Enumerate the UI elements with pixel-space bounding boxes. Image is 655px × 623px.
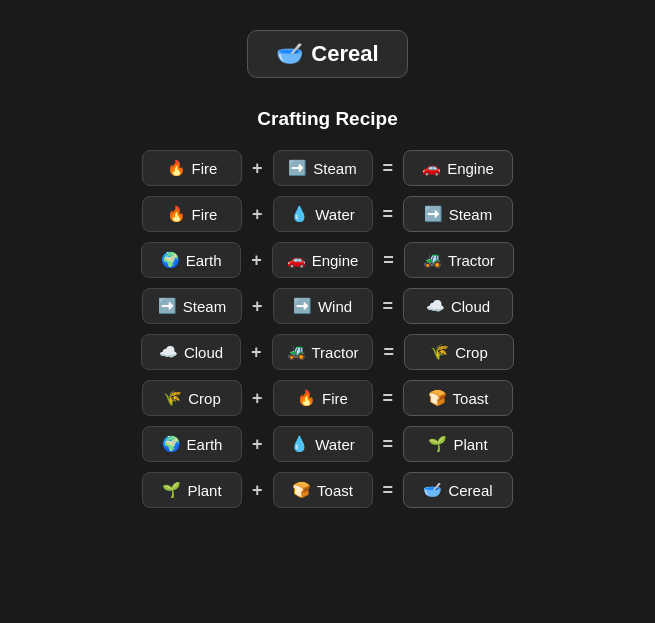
equals-operator: = — [381, 342, 396, 363]
recipe-row: 🌾 Crop + 🔥 Fire = 🍞 Toast — [142, 380, 513, 416]
equals-operator: = — [381, 158, 396, 179]
ingredient-2-emoji: ➡️ — [288, 159, 307, 177]
ingredient-1-label: Steam — [183, 298, 226, 315]
title-badge: 🥣 Cereal — [247, 30, 407, 78]
ingredient-2-emoji: ➡️ — [293, 297, 312, 315]
ingredient-2-emoji: 🔥 — [297, 389, 316, 407]
ingredient-2-label: Toast — [317, 482, 353, 499]
ingredient-1-label: Crop — [188, 390, 221, 407]
plus-operator: + — [250, 434, 265, 455]
recipe-row: ☁️ Cloud + 🚜 Tractor = 🌾 Crop — [141, 334, 514, 370]
ingredient-1-emoji: ☁️ — [159, 343, 178, 361]
result-label: Engine — [447, 160, 494, 177]
title-label: Cereal — [311, 41, 378, 67]
ingredient-2-label: Tractor — [312, 344, 359, 361]
result-label: Cloud — [451, 298, 490, 315]
result-badge: 🚗 Engine — [403, 150, 513, 186]
ingredient-2-emoji: 🍞 — [292, 481, 311, 499]
ingredient-1-emoji: 🔥 — [167, 205, 186, 223]
title-emoji: 🥣 — [276, 41, 303, 67]
result-emoji: ☁️ — [426, 297, 445, 315]
result-label: Cereal — [448, 482, 492, 499]
plus-operator: + — [250, 158, 265, 179]
ingredient-1: 🌍 Earth — [141, 242, 241, 278]
ingredient-1-label: Cloud — [184, 344, 223, 361]
ingredient-1: ➡️ Steam — [142, 288, 242, 324]
ingredient-2-label: Steam — [313, 160, 356, 177]
ingredient-2: ➡️ Wind — [273, 288, 373, 324]
recipe-row: 🔥 Fire + 💧 Water = ➡️ Steam — [142, 196, 513, 232]
result-emoji: 🚗 — [422, 159, 441, 177]
ingredient-2-emoji: 💧 — [290, 205, 309, 223]
equals-operator: = — [381, 480, 396, 501]
result-emoji: 🌱 — [428, 435, 447, 453]
plus-operator: + — [249, 342, 264, 363]
recipe-row: 🌍 Earth + 🚗 Engine = 🚜 Tractor — [141, 242, 514, 278]
result-label: Tractor — [448, 252, 495, 269]
result-badge: 🥣 Cereal — [403, 472, 513, 508]
ingredient-1-label: Earth — [186, 252, 222, 269]
recipe-row: 🌱 Plant + 🍞 Toast = 🥣 Cereal — [142, 472, 513, 508]
equals-operator: = — [381, 204, 396, 225]
equals-operator: = — [381, 296, 396, 317]
ingredient-2: ➡️ Steam — [273, 150, 373, 186]
result-badge: ➡️ Steam — [403, 196, 513, 232]
ingredient-1-emoji: 🌍 — [162, 435, 181, 453]
ingredient-2: 💧 Water — [273, 426, 373, 462]
equals-operator: = — [381, 434, 396, 455]
recipes-list: 🔥 Fire + ➡️ Steam = 🚗 Engine 🔥 Fire + 💧 … — [20, 150, 635, 508]
ingredient-1: ☁️ Cloud — [141, 334, 241, 370]
result-badge: 🌾 Crop — [404, 334, 514, 370]
ingredient-1: 🌱 Plant — [142, 472, 242, 508]
result-badge: 🍞 Toast — [403, 380, 513, 416]
ingredient-2-emoji: 🚜 — [287, 343, 306, 361]
result-label: Plant — [453, 436, 487, 453]
plus-operator: + — [250, 388, 265, 409]
equals-operator: = — [381, 388, 396, 409]
ingredient-2-label: Fire — [322, 390, 348, 407]
result-badge: 🌱 Plant — [403, 426, 513, 462]
plus-operator: + — [250, 296, 265, 317]
ingredient-1-emoji: 🌾 — [163, 389, 182, 407]
ingredient-1: 🌍 Earth — [142, 426, 242, 462]
equals-operator: = — [381, 250, 396, 271]
plus-operator: + — [249, 250, 264, 271]
ingredient-1-label: Plant — [187, 482, 221, 499]
result-label: Toast — [453, 390, 489, 407]
ingredient-1-emoji: 🌍 — [161, 251, 180, 269]
ingredient-1: 🔥 Fire — [142, 196, 242, 232]
ingredient-1: 🌾 Crop — [142, 380, 242, 416]
ingredient-2: 🍞 Toast — [273, 472, 373, 508]
result-emoji: 🌾 — [430, 343, 449, 361]
result-emoji: 🥣 — [423, 481, 442, 499]
ingredient-1-label: Fire — [192, 160, 218, 177]
ingredient-2-emoji: 💧 — [290, 435, 309, 453]
ingredient-2-label: Water — [315, 436, 354, 453]
ingredient-2-label: Engine — [312, 252, 359, 269]
ingredient-2: 🔥 Fire — [273, 380, 373, 416]
recipe-row: 🌍 Earth + 💧 Water = 🌱 Plant — [142, 426, 513, 462]
ingredient-2-label: Water — [315, 206, 354, 223]
ingredient-1: 🔥 Fire — [142, 150, 242, 186]
result-label: Crop — [455, 344, 488, 361]
ingredient-2: 🚜 Tractor — [272, 334, 374, 370]
recipe-row: ➡️ Steam + ➡️ Wind = ☁️ Cloud — [142, 288, 513, 324]
ingredient-1-emoji: 🔥 — [167, 159, 186, 177]
ingredient-2-label: Wind — [318, 298, 352, 315]
ingredient-1-label: Fire — [192, 206, 218, 223]
plus-operator: + — [250, 480, 265, 501]
ingredient-1-emoji: 🌱 — [162, 481, 181, 499]
result-emoji: 🚜 — [423, 251, 442, 269]
ingredient-2: 💧 Water — [273, 196, 373, 232]
result-emoji: ➡️ — [424, 205, 443, 223]
result-badge: 🚜 Tractor — [404, 242, 514, 278]
recipe-row: 🔥 Fire + ➡️ Steam = 🚗 Engine — [142, 150, 513, 186]
result-label: Steam — [449, 206, 492, 223]
ingredient-2: 🚗 Engine — [272, 242, 374, 278]
ingredient-2-emoji: 🚗 — [287, 251, 306, 269]
ingredient-1-label: Earth — [187, 436, 223, 453]
result-badge: ☁️ Cloud — [403, 288, 513, 324]
plus-operator: + — [250, 204, 265, 225]
section-heading: Crafting Recipe — [257, 108, 397, 130]
ingredient-1-emoji: ➡️ — [158, 297, 177, 315]
